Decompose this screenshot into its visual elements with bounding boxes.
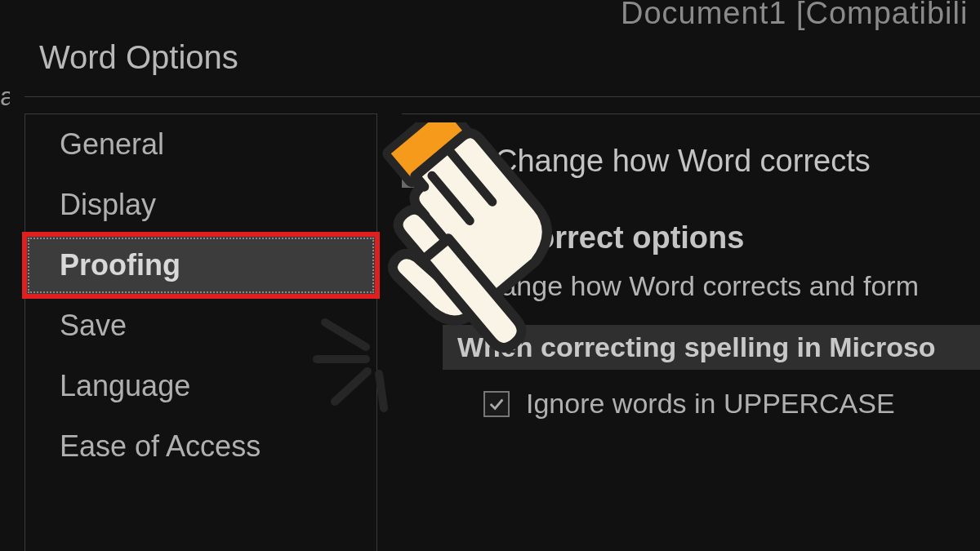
checkbox-uppercase-label: Ignore words in UPPERCASE <box>526 388 895 420</box>
sidebar: General Display Proofing Save Language E… <box>24 113 377 551</box>
sidebar-item-display[interactable]: Display <box>25 175 376 235</box>
cropped-edge: a <box>0 82 10 114</box>
cropped-edge <box>0 253 10 286</box>
content-panel: ABC Change how Word corrects AutoCorrect… <box>402 113 980 551</box>
autocorrect-desc: Change how Word corrects and form <box>402 270 980 302</box>
dialog-body: General Display Proofing Save Language E… <box>24 96 980 551</box>
autocorrect-heading: AutoCorrect options <box>402 220 980 256</box>
sidebar-item-language[interactable]: Language <box>25 356 376 416</box>
check-icon <box>488 395 506 413</box>
sidebar-item-ease-of-access[interactable]: Ease of Access <box>25 416 376 477</box>
content-header-text: Change how Word corrects <box>495 134 871 179</box>
sidebar-item-general[interactable]: General <box>25 114 376 175</box>
spelling-heading: When correcting spelling in Microso <box>443 325 980 370</box>
abc-check-icon: ABC <box>402 139 475 188</box>
dialog-title: Word Options <box>39 39 238 76</box>
content-header: ABC Change how Word corrects <box>402 134 980 188</box>
doc-title: Document1 [Compatibili <box>621 0 980 31</box>
checkbox-uppercase[interactable] <box>483 391 510 417</box>
sidebar-item-save[interactable]: Save <box>25 295 376 356</box>
checkbox-row-uppercase: Ignore words in UPPERCASE <box>402 388 980 420</box>
sidebar-item-proofing[interactable]: Proofing <box>25 235 376 295</box>
